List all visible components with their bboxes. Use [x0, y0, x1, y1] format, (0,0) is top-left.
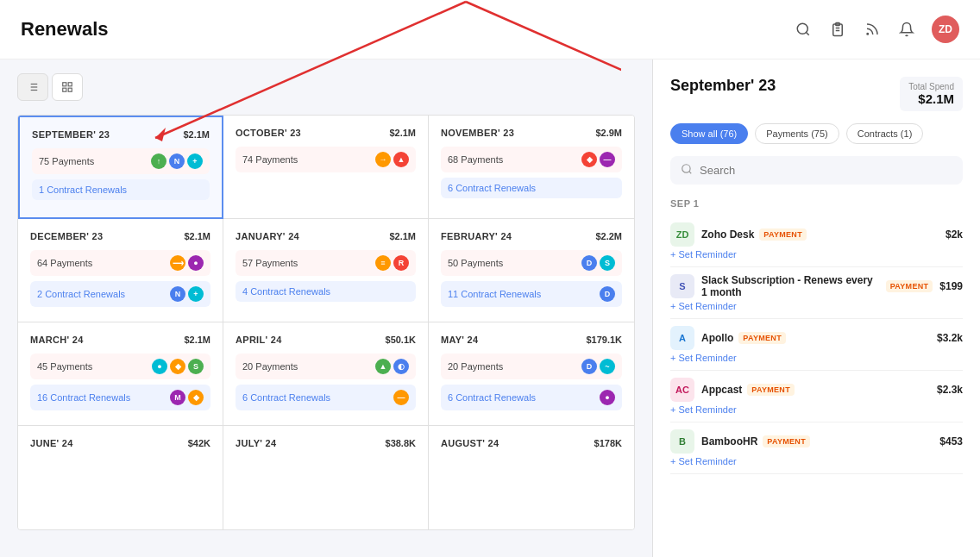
search-icon[interactable]: [794, 20, 813, 39]
month-cell-may24[interactable]: MAY' 24 $179.1K 20 Payments D ~ 6 Contra…: [429, 322, 634, 426]
icon-apr2: ◐: [393, 359, 409, 374]
month-cell-mar24[interactable]: MARCH' 24 $2.1M 45 Payments ● ◆ S 16 Con…: [18, 322, 223, 426]
contracts-row-apr24[interactable]: 6 Contract Renewals —: [236, 385, 416, 410]
contracts-row-mar24[interactable]: 16 Contract Renewals M ◆: [30, 385, 210, 410]
contracts-row-sep23[interactable]: 1 Contract Renewals: [32, 179, 210, 200]
apollo-badge: PAYMENT: [738, 332, 786, 344]
bamboo-name: BambooHR: [701, 435, 757, 447]
payments-row-feb24[interactable]: 50 Payments D S: [441, 250, 622, 276]
appcast-badge: PAYMENT: [747, 384, 795, 396]
page-title: Renewals: [21, 18, 109, 41]
payments-row-sep23[interactable]: 75 Payments ↑ N +: [32, 148, 210, 174]
payments-row-jan24[interactable]: 57 Payments ≡ R: [236, 250, 416, 276]
search-input[interactable]: [700, 164, 952, 177]
month-name-jul24: JULY' 24: [236, 438, 276, 448]
slack-amount: $199: [939, 280, 963, 292]
panel-title: September' 23: [670, 77, 776, 95]
payment-item-slack: S Slack Subscription - Renews every 1 mo…: [670, 267, 963, 319]
payments-row-mar24[interactable]: 45 Payments ● ◆ S: [30, 354, 210, 379]
month-cell-jun24[interactable]: JUNE' 24 $42K: [18, 426, 223, 529]
grid-view-button[interactable]: [52, 73, 83, 101]
clipboard-icon[interactable]: [828, 20, 847, 39]
svg-line-5: [806, 32, 808, 34]
icon-3: +: [187, 153, 203, 169]
apollo-amount: $3.2k: [937, 332, 963, 344]
payments-label-feb24: 50 Payments: [448, 258, 503, 268]
month-amount-may24: $179.1K: [586, 335, 622, 345]
search-icon: [681, 163, 693, 178]
filter-contracts[interactable]: Contracts (1): [846, 123, 924, 144]
payments-label-dec23: 64 Payments: [37, 258, 92, 268]
icon-mar1: ●: [152, 359, 167, 374]
bamboo-info: BambooHR PAYMENT: [701, 435, 933, 447]
month-amount-mar24: $2.1M: [184, 335, 210, 345]
month-cell-sep23[interactable]: SEPTEMBER' 23 $2.1M 75 Payments ↑ N + 1 …: [18, 116, 223, 219]
user-avatar[interactable]: ZD: [932, 16, 959, 43]
month-cell-feb24[interactable]: FEBRUARY' 24 $2.2M 50 Payments D S 11 Co…: [429, 219, 634, 322]
slack-reminder[interactable]: + Set Reminder: [670, 301, 963, 311]
svg-rect-19: [63, 88, 66, 91]
payments-row-oct23[interactable]: 74 Payments → ▲: [236, 147, 416, 172]
icon-dec3: N: [170, 286, 185, 302]
contracts-row-dec23[interactable]: 2 Contract Renewals N +: [30, 281, 210, 307]
svg-line-22: [689, 172, 692, 174]
month-name-feb24: FEBRUARY' 24: [441, 231, 512, 241]
appcast-reminder[interactable]: + Set Reminder: [670, 404, 963, 415]
contracts-row-jan24[interactable]: 4 Contract Renewals: [236, 281, 416, 302]
month-cell-jan24[interactable]: JANUARY' 24 $2.1M 57 Payments ≡ R 4 Cont…: [223, 219, 429, 322]
zoho-reminder[interactable]: + Set Reminder: [670, 249, 963, 260]
payments-row-dec23[interactable]: 64 Payments ⟶ ●: [30, 250, 210, 276]
filter-payments[interactable]: Payments (75): [755, 123, 839, 144]
icon-may2: ~: [600, 359, 615, 374]
svg-rect-17: [63, 83, 66, 86]
month-cell-apr24[interactable]: APRIL' 24 $50.1K 20 Payments ▲ ◐ 6 Contr…: [223, 322, 429, 426]
contracts-label-jan24: 4 Contract Renewals: [242, 286, 330, 297]
payments-label-mar24: 45 Payments: [37, 361, 92, 372]
payment-item-appcast: AC Appcast PAYMENT $2.3k + Set Reminder: [670, 371, 963, 422]
month-amount-sep23: $2.1M: [183, 129, 210, 140]
filter-row: Show all (76) Payments (75) Contracts (1…: [670, 123, 963, 144]
payments-label-may24: 20 Payments: [448, 361, 503, 372]
appcast-name: Appcast: [701, 384, 742, 396]
bell-icon[interactable]: [897, 20, 916, 39]
month-cell-dec23[interactable]: DECEMBER' 23 $2.1M 64 Payments ⟶ ● 2 Con…: [18, 219, 223, 322]
payments-label-jan24: 57 Payments: [242, 258, 298, 268]
payments-label-sep23: 75 Payments: [39, 156, 94, 166]
bamboo-reminder[interactable]: + Set Reminder: [670, 456, 963, 466]
payment-item-bamboo: B BambooHR PAYMENT $453 + Set Reminder: [670, 422, 963, 474]
zoho-badge: PAYMENT: [759, 228, 807, 241]
svg-rect-18: [68, 83, 72, 86]
month-cell-aug24[interactable]: AUGUST' 24 $178K: [429, 426, 634, 529]
month-cell-oct23[interactable]: OCTOBER' 23 $2.1M 74 Payments → ▲: [223, 116, 429, 219]
month-amount-aug24: $178K: [594, 438, 622, 448]
icon-jan2: R: [393, 255, 409, 271]
filter-show-all[interactable]: Show all (76): [670, 123, 748, 144]
contracts-row-feb24[interactable]: 11 Contract Renewals D: [441, 281, 622, 307]
contracts-row-nov23[interactable]: 6 Contract Renewals: [441, 178, 622, 198]
payments-row-may24[interactable]: 20 Payments D ~: [441, 354, 622, 379]
payment-item-apollo: A Apollo PAYMENT $3.2k + Set Reminder: [670, 319, 963, 371]
icon-1: ↑: [151, 153, 166, 169]
icon-dec4: +: [188, 286, 204, 302]
apollo-reminder[interactable]: + Set Reminder: [670, 353, 963, 363]
contracts-label-nov23: 6 Contract Renewals: [448, 183, 536, 193]
svg-point-21: [682, 165, 690, 172]
icon-mar5: ◆: [188, 390, 204, 405]
rss-icon[interactable]: [863, 20, 882, 39]
icon-feb2: S: [600, 255, 615, 271]
appcast-info: Appcast PAYMENT: [701, 384, 930, 396]
month-name-mar24: MARCH' 24: [30, 335, 84, 345]
icon-apr1: ▲: [375, 359, 391, 374]
month-cell-nov23[interactable]: NOVEMBER' 23 $2.9M 68 Payments ◆ — 6 Con…: [429, 116, 634, 219]
contracts-row-may24[interactable]: 6 Contract Renewals ●: [441, 385, 622, 410]
search-bar[interactable]: [670, 156, 963, 185]
slack-info: Slack Subscription - Renews every 1 mont…: [701, 274, 933, 298]
payments-row-apr24[interactable]: 20 Payments ▲ ◐: [236, 354, 416, 379]
month-name-sep23: SEPTEMBER' 23: [32, 129, 110, 140]
month-cell-jul24[interactable]: JULY' 24 $38.8K: [223, 426, 429, 529]
month-amount-jun24: $42K: [188, 438, 210, 448]
month-name-jun24: JUNE' 24: [30, 438, 73, 448]
slack-logo: S: [670, 274, 694, 298]
list-view-button[interactable]: [17, 73, 48, 101]
payments-row-nov23[interactable]: 68 Payments ◆ —: [441, 147, 622, 172]
